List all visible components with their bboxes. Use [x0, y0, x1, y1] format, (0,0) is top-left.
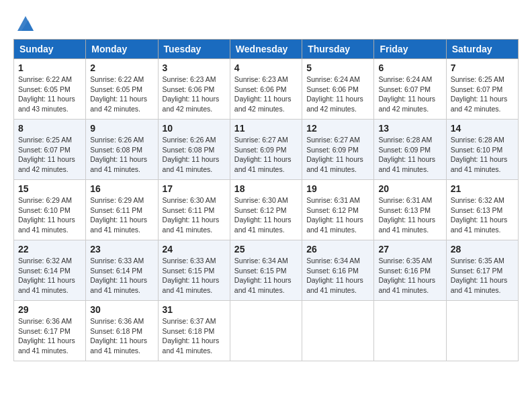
table-row: 19 Sunrise: 6:31 AMSunset: 6:12 PMDaylig…: [302, 180, 374, 240]
table-row: 2 Sunrise: 6:22 AMSunset: 6:05 PMDayligh…: [86, 59, 158, 120]
day-info: Sunrise: 6:31 AMSunset: 6:12 PMDaylight:…: [306, 195, 369, 235]
day-info: Sunrise: 6:29 AMSunset: 6:10 PMDaylight:…: [18, 195, 81, 235]
table-row: 18 Sunrise: 6:30 AMSunset: 6:12 PMDaylig…: [230, 180, 302, 240]
day-info: Sunrise: 6:34 AMSunset: 6:15 PMDaylight:…: [234, 256, 298, 295]
col-saturday: Saturday: [446, 40, 518, 59]
day-info: Sunrise: 6:27 AMSunset: 6:09 PMDaylight:…: [306, 135, 369, 175]
day-info: Sunrise: 6:32 AMSunset: 6:13 PMDaylight:…: [451, 195, 514, 235]
table-row: 30 Sunrise: 6:36 AMSunset: 6:18 PMDaylig…: [86, 301, 158, 361]
day-info: Sunrise: 6:29 AMSunset: 6:11 PMDaylight:…: [90, 195, 153, 235]
table-row: [374, 301, 446, 361]
calendar-table: Sunday Monday Tuesday Wednesday Thursday…: [13, 39, 519, 361]
table-row: [302, 301, 374, 361]
day-info: Sunrise: 6:28 AMSunset: 6:10 PMDaylight:…: [451, 135, 514, 175]
day-info: Sunrise: 6:35 AMSunset: 6:16 PMDaylight:…: [378, 256, 441, 295]
day-info: Sunrise: 6:24 AMSunset: 6:06 PMDaylight:…: [306, 75, 369, 114]
day-number: 6: [378, 62, 441, 73]
day-info: Sunrise: 6:25 AMSunset: 6:07 PMDaylight:…: [451, 75, 514, 114]
day-info: Sunrise: 6:27 AMSunset: 6:09 PMDaylight:…: [234, 135, 298, 175]
table-row: 24 Sunrise: 6:33 AMSunset: 6:15 PMDaylig…: [158, 240, 230, 301]
col-sunday: Sunday: [14, 40, 86, 59]
table-row: 7 Sunrise: 6:25 AMSunset: 6:07 PMDayligh…: [446, 59, 518, 120]
day-number: 29: [18, 304, 81, 315]
table-row: 27 Sunrise: 6:35 AMSunset: 6:16 PMDaylig…: [374, 240, 446, 301]
table-row: 9 Sunrise: 6:26 AMSunset: 6:08 PMDayligh…: [86, 120, 158, 180]
table-row: 11 Sunrise: 6:27 AMSunset: 6:09 PMDaylig…: [230, 120, 302, 180]
day-number: 1: [18, 62, 81, 73]
calendar-row: 15 Sunrise: 6:29 AMSunset: 6:10 PMDaylig…: [14, 180, 519, 240]
calendar-row: 22 Sunrise: 6:32 AMSunset: 6:14 PMDaylig…: [14, 240, 519, 301]
table-row: 6 Sunrise: 6:24 AMSunset: 6:07 PMDayligh…: [374, 59, 446, 120]
table-row: 15 Sunrise: 6:29 AMSunset: 6:10 PMDaylig…: [14, 180, 86, 240]
day-info: Sunrise: 6:26 AMSunset: 6:08 PMDaylight:…: [163, 135, 226, 175]
table-row: 20 Sunrise: 6:31 AMSunset: 6:13 PMDaylig…: [374, 180, 446, 240]
table-row: 8 Sunrise: 6:25 AMSunset: 6:07 PMDayligh…: [14, 120, 86, 180]
day-number: 16: [90, 183, 153, 194]
calendar-row: 1 Sunrise: 6:22 AMSunset: 6:05 PMDayligh…: [14, 59, 519, 120]
day-number: 30: [90, 304, 153, 315]
day-info: Sunrise: 6:24 AMSunset: 6:07 PMDaylight:…: [378, 75, 441, 114]
day-number: 18: [234, 183, 298, 194]
day-number: 4: [234, 62, 298, 73]
day-number: 20: [378, 183, 441, 194]
table-row: 13 Sunrise: 6:28 AMSunset: 6:09 PMDaylig…: [374, 120, 446, 180]
day-info: Sunrise: 6:36 AMSunset: 6:18 PMDaylight:…: [90, 316, 153, 356]
day-info: Sunrise: 6:30 AMSunset: 6:11 PMDaylight:…: [163, 195, 226, 235]
day-number: 9: [90, 123, 153, 134]
day-number: 26: [306, 244, 369, 255]
table-row: 1 Sunrise: 6:22 AMSunset: 6:05 PMDayligh…: [14, 59, 86, 120]
day-number: 15: [18, 183, 81, 194]
day-number: 24: [163, 244, 226, 255]
day-number: 19: [306, 183, 369, 194]
day-info: Sunrise: 6:36 AMSunset: 6:17 PMDaylight:…: [18, 316, 81, 356]
day-info: Sunrise: 6:32 AMSunset: 6:14 PMDaylight:…: [18, 256, 81, 295]
table-row: 22 Sunrise: 6:32 AMSunset: 6:14 PMDaylig…: [14, 240, 86, 301]
day-info: Sunrise: 6:33 AMSunset: 6:14 PMDaylight:…: [90, 256, 153, 295]
day-number: 12: [306, 123, 369, 134]
day-number: 17: [163, 183, 226, 194]
day-info: Sunrise: 6:31 AMSunset: 6:13 PMDaylight:…: [378, 195, 441, 235]
day-number: 7: [451, 62, 514, 73]
logo-icon: [16, 13, 35, 32]
day-info: Sunrise: 6:33 AMSunset: 6:15 PMDaylight:…: [163, 256, 226, 295]
table-row: 21 Sunrise: 6:32 AMSunset: 6:13 PMDaylig…: [446, 180, 518, 240]
day-info: Sunrise: 6:23 AMSunset: 6:06 PMDaylight:…: [163, 75, 226, 114]
day-info: Sunrise: 6:34 AMSunset: 6:16 PMDaylight:…: [306, 256, 369, 295]
day-info: Sunrise: 6:37 AMSunset: 6:18 PMDaylight:…: [163, 316, 226, 356]
calendar-header-row: Sunday Monday Tuesday Wednesday Thursday…: [14, 40, 519, 59]
table-row: 12 Sunrise: 6:27 AMSunset: 6:09 PMDaylig…: [302, 120, 374, 180]
page-header: [13, 13, 519, 32]
col-thursday: Thursday: [302, 40, 374, 59]
table-row: 5 Sunrise: 6:24 AMSunset: 6:06 PMDayligh…: [302, 59, 374, 120]
day-number: 8: [18, 123, 81, 134]
calendar-row: 8 Sunrise: 6:25 AMSunset: 6:07 PMDayligh…: [14, 120, 519, 180]
day-info: Sunrise: 6:22 AMSunset: 6:05 PMDaylight:…: [18, 75, 81, 114]
table-row: 14 Sunrise: 6:28 AMSunset: 6:10 PMDaylig…: [446, 120, 518, 180]
day-number: 13: [378, 123, 441, 134]
table-row: 17 Sunrise: 6:30 AMSunset: 6:11 PMDaylig…: [158, 180, 230, 240]
day-number: 31: [163, 304, 226, 315]
day-number: 3: [163, 62, 226, 73]
day-number: 25: [234, 244, 298, 255]
table-row: 25 Sunrise: 6:34 AMSunset: 6:15 PMDaylig…: [230, 240, 302, 301]
day-number: 11: [234, 123, 298, 134]
day-info: Sunrise: 6:22 AMSunset: 6:05 PMDaylight:…: [90, 75, 153, 114]
table-row: [446, 301, 518, 361]
day-number: 21: [451, 183, 514, 194]
table-row: 23 Sunrise: 6:33 AMSunset: 6:14 PMDaylig…: [86, 240, 158, 301]
day-number: 27: [378, 244, 441, 255]
day-number: 22: [18, 244, 81, 255]
day-number: 2: [90, 62, 153, 73]
table-row: [230, 301, 302, 361]
day-number: 28: [451, 244, 514, 255]
day-number: 5: [306, 62, 369, 73]
day-number: 14: [451, 123, 514, 134]
col-monday: Monday: [86, 40, 158, 59]
day-number: 23: [90, 244, 153, 255]
col-wednesday: Wednesday: [230, 40, 302, 59]
logo: [13, 13, 35, 32]
table-row: 16 Sunrise: 6:29 AMSunset: 6:11 PMDaylig…: [86, 180, 158, 240]
day-number: 10: [163, 123, 226, 134]
day-info: Sunrise: 6:23 AMSunset: 6:06 PMDaylight:…: [234, 75, 298, 114]
calendar-row: 29 Sunrise: 6:36 AMSunset: 6:17 PMDaylig…: [14, 301, 519, 361]
